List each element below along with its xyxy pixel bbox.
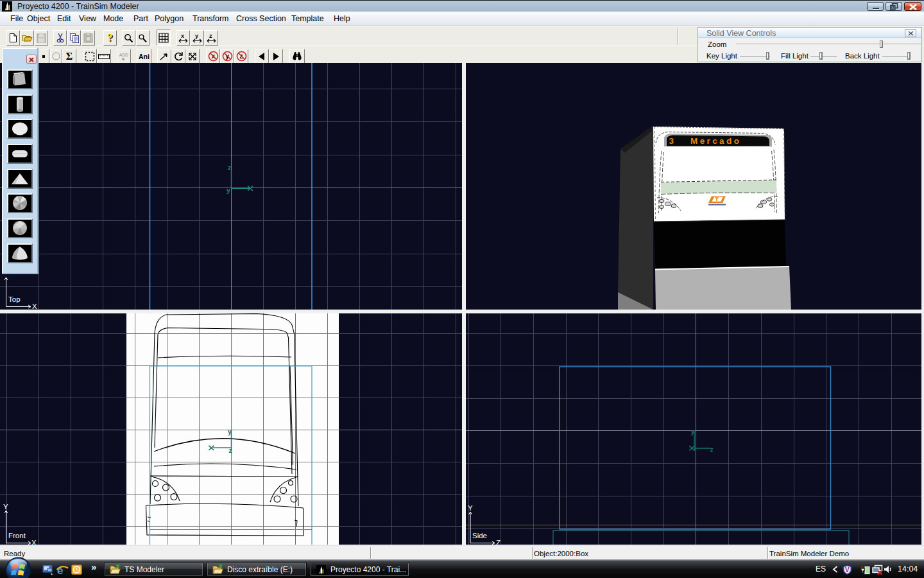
- svg-text:z: z: [228, 164, 231, 171]
- svg-text:x: x: [181, 33, 184, 39]
- svg-text:y: y: [195, 33, 198, 39]
- svg-text:ADD: ADD: [119, 52, 129, 57]
- svg-text:y: y: [691, 428, 695, 435]
- svg-text:z: z: [229, 446, 232, 454]
- svg-text:Y: Y: [3, 503, 8, 511]
- svg-text:Mercado: Mercado: [690, 136, 741, 146]
- svg-text:V: V: [845, 566, 850, 574]
- svg-text:Z: Z: [496, 539, 501, 545]
- svg-text:Side: Side: [472, 532, 487, 539]
- svg-text:y: y: [228, 428, 232, 435]
- svg-text:Top: Top: [8, 295, 21, 303]
- svg-text:Front: Front: [8, 532, 26, 539]
- svg-text:X: X: [32, 302, 37, 310]
- svg-text:y: y: [227, 186, 230, 194]
- svg-text:Y: Y: [468, 504, 473, 512]
- svg-text:X: X: [31, 539, 37, 545]
- svg-text:z: z: [710, 446, 714, 453]
- svg-text:3: 3: [669, 136, 674, 146]
- svg-text:z: z: [209, 33, 212, 39]
